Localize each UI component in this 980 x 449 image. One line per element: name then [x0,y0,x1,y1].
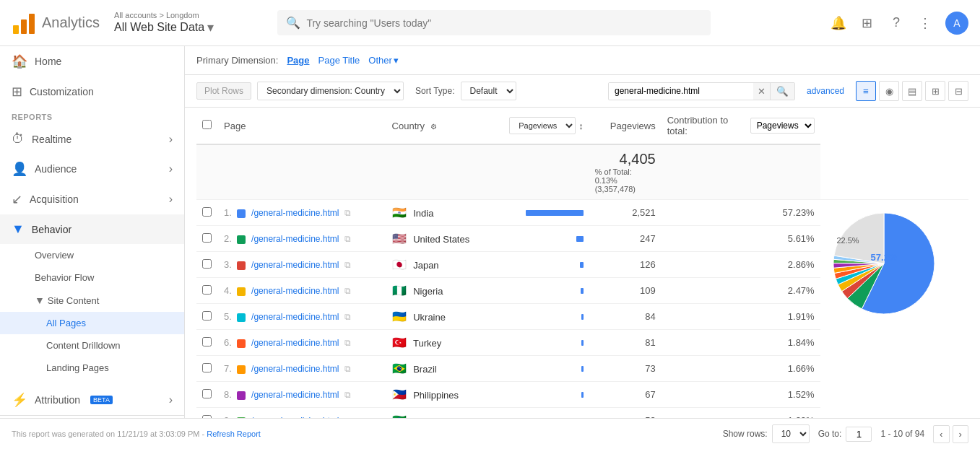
sidebar-item-landing-pages[interactable]: Landing Pages [0,357,184,379]
page-link[interactable]: /general-medicine.html [251,286,339,296]
report-note: This report was generated on 11/21/19 at… [12,430,714,438]
row-checkbox[interactable] [202,389,212,398]
sidebar-item-audience[interactable]: 👤 Audience › [0,154,184,184]
pct-cell: 1.84% [662,330,820,356]
copy-icon[interactable]: ⧉ [344,208,351,218]
summary-pageviews: 4,405 [595,151,656,167]
show-rows-select[interactable]: 10 [772,424,810,443]
row-color-indicator [237,209,246,218]
pct-cell: 1.91% [662,304,820,330]
sidebar-item-behavior-flow[interactable]: Behavior Flow [0,266,184,289]
country-flag: 🇮🇳 [392,206,407,219]
notification-icon[interactable]: 🔔 [830,14,847,32]
goto-input[interactable] [846,427,872,442]
sidebar-customization-label: Customization [30,86,94,97]
search-icon: 🔍 [286,16,300,30]
plot-rows-button[interactable]: Plot Rows [196,82,251,100]
sidebar-item-content-drilldown[interactable]: Content Drilldown [0,334,184,357]
col-pageviews-select-header[interactable]: Pageviews ↕ [503,108,589,144]
realtime-chevron-icon: › [169,133,173,146]
copy-icon[interactable]: ⧉ [344,260,351,270]
country-cell: 🇳🇬 Nigeria [386,278,503,304]
sort-asc-icon[interactable]: ↕ [578,121,584,131]
pageviews-value-cell: 2,521 [589,200,662,226]
row-checkbox[interactable] [202,207,212,217]
bar-view-button[interactable]: ▤ [902,81,922,101]
pageviews-bar-cell [503,304,589,330]
refresh-report-link[interactable]: Refresh Report [207,430,261,438]
search-clear-button[interactable]: ✕ [753,83,770,100]
sidebar-item-home[interactable]: 🏠 Home [0,46,184,77]
menu-icon[interactable]: ⋮ [916,14,934,32]
pageviews-value-cell: 81 [589,330,662,356]
row-checkbox[interactable] [202,311,212,321]
copy-icon[interactable]: ⧉ [344,234,351,244]
page-link[interactable]: /general-medicine.html [251,208,339,218]
page-link[interactable]: /general-medicine.html [251,338,339,348]
copy-icon[interactable]: ⧉ [344,364,351,374]
country-cell: 🇺🇦 Ukraine [386,304,503,330]
row-checkbox[interactable] [202,363,212,372]
search-go-button[interactable]: 🔍 [770,83,794,100]
page-link[interactable]: /general-medicine.html [251,312,339,322]
sort-type-label: Sort Type: [415,86,454,96]
sidebar-item-attribution[interactable]: ⚡ Attribution BETA › [0,385,184,415]
row-checkbox[interactable] [202,285,212,295]
country-name: India [413,208,433,219]
row-checkbox[interactable] [202,259,212,269]
row-checkbox[interactable] [202,233,212,243]
pageviews-metric-select[interactable]: Pageviews [509,117,576,134]
row-checkbox[interactable] [202,337,212,346]
table-view-button[interactable]: ≡ [856,81,876,101]
sidebar-item-all-pages[interactable]: All Pages [0,312,184,334]
sidebar-item-acquisition[interactable]: ↙ Acquisition › [0,184,184,214]
row-number: 3. [224,259,232,270]
sidebar-item-site-content[interactable]: ▼ Site Content [0,289,184,312]
pie-view-button[interactable]: ◉ [879,81,899,101]
select-all-checkbox[interactable] [202,120,212,129]
page-next-button[interactable]: › [953,425,968,443]
dim-page-title-button[interactable]: Page Title [318,55,360,66]
page-link[interactable]: /general-medicine.html [251,260,339,270]
toolbar: Plot Rows Secondary dimension: Country S… [185,75,980,108]
row-checkbox-cell [196,278,218,304]
country-flag: 🇺🇦 [392,310,407,323]
topbar-icons: 🔔 ⊞ ? ⋮ A [830,12,968,35]
page-cell: 8. /general-medicine.html ⧉ [218,382,386,408]
svg-rect-1 [21,19,27,34]
contribution-metric-select[interactable]: Pageviews [750,118,815,134]
country-flag: 🇺🇸 [392,232,407,245]
account-dropdown-icon[interactable]: ▾ [207,19,214,35]
page-link[interactable]: /general-medicine.html [251,390,339,400]
sort-type-select[interactable]: Default [461,82,516,100]
copy-icon[interactable]: ⧉ [344,338,351,348]
avatar[interactable]: A [945,12,968,35]
global-search-input[interactable] [306,17,702,29]
grid-icon[interactable]: ⊞ [859,14,876,32]
country-flag: 🇳🇬 [392,284,407,297]
sidebar-item-customization[interactable]: ⊞ Customization [0,77,184,107]
dim-other-dropdown[interactable]: Other ▾ [368,55,399,66]
sidebar-item-behavior[interactable]: ▼ Behavior [0,214,184,244]
sidebar-item-realtime[interactable]: ⏱ Realtime › [0,124,184,154]
advanced-link[interactable]: advanced [807,86,844,96]
sidebar-realtime-label: Realtime [32,134,71,145]
audience-chevron-icon: › [169,162,173,175]
pageviews-bar [581,288,584,294]
copy-icon[interactable]: ⧉ [344,312,351,322]
secondary-dimension-select[interactable]: Secondary dimension: Country [257,82,404,100]
comparison-view-button[interactable]: ⊟ [948,81,968,101]
global-search-bar[interactable]: 🔍 [277,10,711,35]
page-prev-button[interactable]: ‹ [933,425,949,443]
table-search-input[interactable] [609,83,753,99]
page-link[interactable]: /general-medicine.html [251,234,339,244]
sidebar-item-overview[interactable]: Overview [0,244,184,266]
account-name[interactable]: All Web Site Data ▾ [114,19,214,35]
help-icon[interactable]: ? [888,14,905,32]
pivot-view-button[interactable]: ⊞ [925,81,945,101]
copy-icon[interactable]: ⧉ [344,390,351,400]
copy-icon[interactable]: ⧉ [344,286,351,296]
country-name: Nigeria [413,286,443,297]
page-link[interactable]: /general-medicine.html [251,364,339,374]
dim-page-button[interactable]: Page [287,55,309,66]
